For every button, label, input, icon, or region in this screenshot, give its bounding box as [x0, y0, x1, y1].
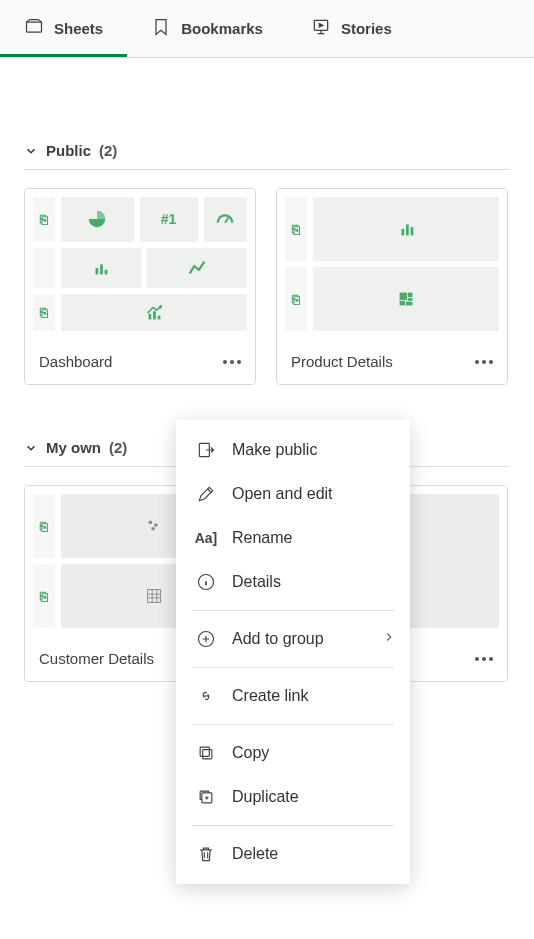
menu-label: Open and edit	[232, 485, 333, 503]
thumb-side	[33, 248, 55, 289]
rename-icon: Aa]	[196, 528, 216, 548]
sheet-title: Customer Details	[39, 650, 154, 667]
section-my-own-count: (2)	[109, 439, 127, 456]
sheet-footer: Product Details	[277, 339, 507, 384]
sheet-card-dashboard[interactable]: ⎘ #1	[24, 188, 256, 385]
divider	[192, 667, 394, 668]
svg-rect-13	[408, 298, 413, 301]
stories-icon	[311, 17, 331, 40]
svg-rect-11	[400, 293, 407, 300]
tab-sheets[interactable]: Sheets	[0, 0, 127, 57]
menu-copy[interactable]: Copy	[176, 731, 410, 775]
svg-rect-12	[408, 293, 413, 298]
svg-rect-3	[100, 264, 103, 274]
thumb-marker-icon: ⎘	[33, 494, 55, 558]
tab-sheets-label: Sheets	[54, 20, 103, 37]
svg-rect-7	[158, 315, 161, 319]
top-tabs: Sheets Bookmarks Stories	[0, 0, 534, 58]
svg-rect-15	[406, 302, 412, 306]
menu-add-to-group[interactable]: Add to group	[176, 617, 410, 661]
context-menu: Make public Open and edit Aa] Rename Det…	[176, 420, 410, 884]
thumb-marker-icon: ⎘	[33, 197, 55, 242]
svg-rect-0	[27, 22, 42, 32]
section-public: Public (2) ⎘ #1	[0, 118, 534, 385]
section-header-public[interactable]: Public (2)	[8, 118, 526, 169]
bookmark-icon	[151, 17, 171, 40]
more-options-button[interactable]	[475, 360, 493, 364]
divider	[192, 825, 394, 826]
menu-rename[interactable]: Aa] Rename	[176, 516, 410, 560]
svg-rect-24	[203, 750, 212, 759]
tab-stories-label: Stories	[341, 20, 392, 37]
svg-rect-9	[406, 224, 409, 235]
section-my-own-label: My own	[46, 439, 101, 456]
tab-stories[interactable]: Stories	[287, 0, 416, 57]
line-chart-icon	[147, 248, 247, 289]
pencil-icon	[196, 484, 216, 504]
bar-chart-icon	[61, 248, 141, 289]
thumb-marker-icon: ⎘	[285, 267, 307, 331]
svg-point-16	[149, 521, 153, 525]
thumb-marker-icon: ⎘	[33, 564, 55, 628]
menu-make-public[interactable]: Make public	[176, 428, 410, 472]
chevron-down-icon	[24, 441, 38, 455]
sheet-footer: Dashboard	[25, 339, 255, 384]
menu-duplicate[interactable]: Duplicate	[176, 775, 410, 819]
chevron-down-icon	[24, 144, 38, 158]
menu-label: Rename	[232, 529, 292, 547]
sheet-card-product-details[interactable]: ⎘ ⎘ Product Details	[276, 188, 508, 385]
section-public-label: Public	[46, 142, 91, 159]
svg-rect-10	[411, 227, 414, 235]
svg-rect-14	[400, 301, 406, 306]
tab-bookmarks-label: Bookmarks	[181, 20, 263, 37]
svg-rect-6	[153, 311, 156, 319]
chevron-right-icon	[382, 630, 396, 648]
bar-chart-icon	[313, 197, 499, 261]
svg-rect-2	[96, 268, 99, 274]
more-options-button[interactable]	[223, 360, 241, 364]
kpi-hash-icon: #1	[140, 197, 198, 242]
duplicate-icon	[196, 787, 216, 807]
menu-label: Delete	[232, 845, 278, 863]
menu-label: Duplicate	[232, 788, 299, 806]
sheet-grid-public: ⎘ #1	[8, 188, 526, 385]
sheet-title: Product Details	[291, 353, 393, 370]
divider	[192, 724, 394, 725]
sheet-thumbnail: ⎘ ⎘	[277, 189, 507, 339]
info-icon	[196, 572, 216, 592]
svg-rect-25	[200, 747, 209, 756]
section-public-count: (2)	[99, 142, 117, 159]
more-options-button[interactable]	[475, 657, 493, 661]
menu-label: Create link	[232, 687, 308, 705]
combo-chart-icon	[61, 294, 247, 331]
svg-rect-4	[105, 270, 108, 275]
menu-details[interactable]: Details	[176, 560, 410, 604]
pie-chart-icon	[61, 197, 134, 242]
menu-label: Details	[232, 573, 281, 591]
svg-point-17	[154, 523, 158, 527]
svg-rect-19	[148, 590, 161, 603]
menu-label: Copy	[232, 744, 269, 762]
menu-open-edit[interactable]: Open and edit	[176, 472, 410, 516]
menu-label: Make public	[232, 441, 317, 459]
sheet-title: Dashboard	[39, 353, 112, 370]
menu-label: Add to group	[232, 630, 324, 648]
export-icon	[196, 440, 216, 460]
svg-rect-5	[149, 314, 152, 320]
menu-create-link[interactable]: Create link	[176, 674, 410, 718]
thumb-marker-icon: ⎘	[285, 197, 307, 261]
thumb-marker-icon: ⎘	[33, 294, 55, 331]
link-icon	[196, 686, 216, 706]
sheet-thumbnail: ⎘ #1	[25, 189, 255, 339]
sheets-icon	[24, 17, 44, 40]
divider	[24, 169, 510, 170]
gauge-icon	[204, 197, 248, 242]
trash-icon	[196, 844, 216, 864]
treemap-icon	[313, 267, 499, 331]
plus-circle-icon	[196, 629, 216, 649]
menu-delete[interactable]: Delete	[176, 832, 410, 876]
tab-bookmarks[interactable]: Bookmarks	[127, 0, 287, 57]
svg-rect-8	[401, 229, 404, 235]
copy-icon	[196, 743, 216, 763]
divider	[192, 610, 394, 611]
